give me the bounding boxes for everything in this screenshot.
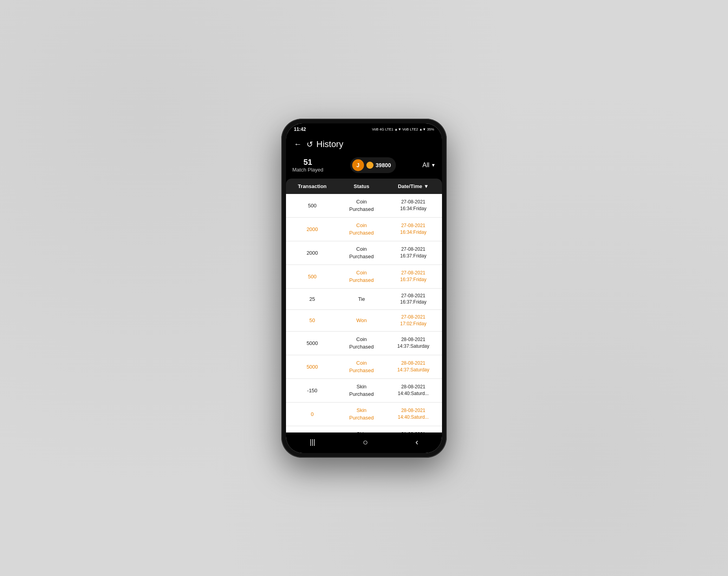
filter-label: All <box>422 162 429 169</box>
filter-arrow-icon: ▼ <box>431 162 436 168</box>
cell-transaction: 500 <box>286 265 338 288</box>
cell-date: 28-08-202114:40:Saturd... <box>384 402 442 426</box>
status-icons: VoB 4G LTE1 ▲▼ VoB LTE2 ▲▼ 35% <box>372 127 434 131</box>
table-row: 500 CoinPurchased 27-08-202116:34:Friday <box>286 194 442 218</box>
cell-status: CoinPurchased <box>338 217 384 241</box>
table-header-row: Transaction Status Date/Time ▼ <box>286 179 442 194</box>
col-transaction: Transaction <box>286 179 338 194</box>
table-row: 2000 CoinPurchased 27-08-202116:34:Frida… <box>286 217 442 241</box>
coin-amount: 39800 <box>376 162 391 168</box>
header: ← ↺ History <box>286 134 442 154</box>
cell-transaction: 0 <box>286 402 338 426</box>
col-status: Status <box>338 179 384 194</box>
cell-status: CoinPurchased <box>338 355 384 378</box>
table-row: 25 Tie 27-08-202116:37:Friday <box>286 288 442 310</box>
cell-transaction: 50 <box>286 310 338 332</box>
cell-status: SkinPurchased <box>338 378 384 402</box>
cell-date: 27-08-202117:02:Friday <box>384 310 442 332</box>
cell-transaction: 5000 <box>286 331 338 355</box>
cell-transaction: 500 <box>286 194 338 218</box>
table-row: 2000 CoinPurchased 27-08-202116:37:Frida… <box>286 241 442 265</box>
stats-bar: 51 Match Played J 39800 All ▼ <box>286 154 442 179</box>
cell-transaction: -200 <box>286 426 338 432</box>
menu-button[interactable]: ||| <box>302 436 323 448</box>
table-row: -200 SkinPurchased 31-08-202109:56:Tuesd… <box>286 426 442 432</box>
cell-date: 27-08-202116:34:Friday <box>384 217 442 241</box>
match-played-section: 51 Match Played <box>292 158 323 173</box>
cell-date: 28-08-202114:37:Saturday <box>384 331 442 355</box>
match-count: 51 <box>292 158 323 167</box>
user-coins-widget: J 39800 <box>350 157 396 173</box>
coin-icon <box>366 162 373 169</box>
match-label: Match Played <box>292 167 323 173</box>
table-row: -150 SkinPurchased 28-08-202114:40:Satur… <box>286 378 442 402</box>
app-screen: ← ↺ History 51 Match Played J 39800 <box>286 134 442 432</box>
cell-status: CoinPurchased <box>338 194 384 218</box>
bottom-nav: ||| ○ ‹ <box>286 432 442 453</box>
cell-transaction: -150 <box>286 378 338 402</box>
cell-status: SkinPurchased <box>338 426 384 432</box>
phone-frame: 11:42 VoB 4G LTE1 ▲▼ VoB LTE2 ▲▼ 35% ← ↺… <box>281 119 447 458</box>
cell-status: Won <box>338 310 384 332</box>
cell-date: 27-08-202116:34:Friday <box>384 194 442 218</box>
cell-transaction: 2000 <box>286 217 338 241</box>
cell-transaction: 5000 <box>286 355 338 378</box>
table-row: 5000 CoinPurchased 28-08-202114:37:Satur… <box>286 355 442 378</box>
table-row: 0 SkinPurchased 28-08-202114:40:Saturd..… <box>286 402 442 426</box>
history-icon: ↺ <box>306 140 313 149</box>
status-time: 11:42 <box>294 127 306 132</box>
user-avatar: J <box>352 159 364 171</box>
cell-status: Tie <box>338 288 384 310</box>
cell-status: CoinPurchased <box>338 265 384 288</box>
cell-status: SkinPurchased <box>338 402 384 426</box>
cell-date: 28-08-202114:37:Saturday <box>384 355 442 378</box>
phone-screen: 11:42 VoB 4G LTE1 ▲▼ VoB LTE2 ▲▼ 35% ← ↺… <box>286 123 442 453</box>
back-button[interactable]: ← <box>294 140 302 149</box>
cell-date: 27-08-202116:37:Friday <box>384 241 442 265</box>
cell-status: CoinPurchased <box>338 331 384 355</box>
cell-date: 27-08-202116:37:Friday <box>384 288 442 310</box>
status-bar: 11:42 VoB 4G LTE1 ▲▼ VoB LTE2 ▲▼ 35% <box>286 123 442 134</box>
back-nav-button[interactable]: ‹ <box>407 436 426 449</box>
cell-date: 27-08-202116:37:Friday <box>384 265 442 288</box>
filter-dropdown[interactable]: All ▼ <box>422 162 436 169</box>
cell-date: 31-08-202109:56:Tuesd... <box>384 426 442 432</box>
history-table-container[interactable]: Transaction Status Date/Time ▼ 500 CoinP… <box>286 179 442 432</box>
table-row: 50 Won 27-08-202117:02:Friday <box>286 310 442 332</box>
col-datetime[interactable]: Date/Time ▼ <box>384 179 442 194</box>
signal-icon: VoB 4G LTE1 ▲▼ VoB LTE2 ▲▼ 35% <box>372 127 434 131</box>
cell-status: CoinPurchased <box>338 241 384 265</box>
cell-transaction: 25 <box>286 288 338 310</box>
header-title: ↺ History <box>306 139 343 149</box>
page-title: History <box>316 139 343 149</box>
table-row: 5000 CoinPurchased 28-08-202114:37:Satur… <box>286 331 442 355</box>
cell-date: 28-08-202114:40:Saturd... <box>384 378 442 402</box>
history-table: Transaction Status Date/Time ▼ 500 CoinP… <box>286 179 442 432</box>
table-row: 500 CoinPurchased 27-08-202116:37:Friday <box>286 265 442 288</box>
home-button[interactable]: ○ <box>355 436 376 449</box>
cell-transaction: 2000 <box>286 241 338 265</box>
